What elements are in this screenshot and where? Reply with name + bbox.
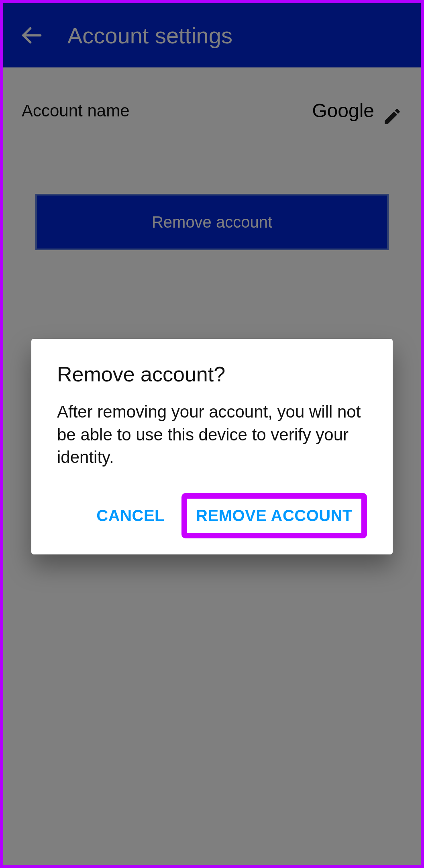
dialog-title: Remove account? bbox=[57, 362, 367, 386]
screen-frame: Account settings Account name Google Rem… bbox=[0, 0, 424, 868]
dialog-actions: CANCEL REMOVE ACCOUNT bbox=[57, 493, 367, 538]
confirm-remove-button[interactable]: REMOVE ACCOUNT bbox=[187, 499, 361, 533]
dialog-body: After removing your account, you will no… bbox=[57, 401, 367, 469]
cancel-button[interactable]: CANCEL bbox=[87, 497, 174, 534]
highlight-annotation: REMOVE ACCOUNT bbox=[181, 493, 367, 538]
remove-account-dialog: Remove account? After removing your acco… bbox=[31, 339, 393, 554]
